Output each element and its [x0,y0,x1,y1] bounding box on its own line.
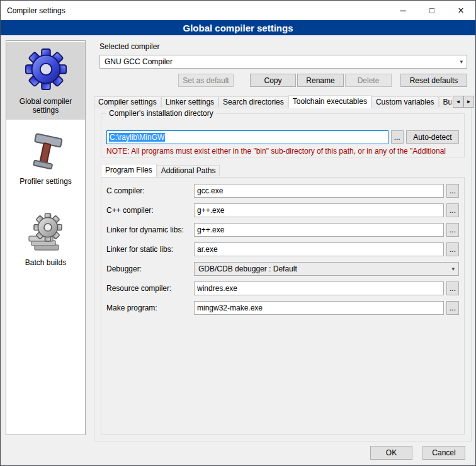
debugger-select[interactable]: GDB/CDB debugger : Default ▾ [194,262,459,276]
set-as-default-button[interactable]: Set as default [178,74,234,87]
resource-compiler-label: Resource compiler: [106,284,194,293]
install-dir-input[interactable]: C:\raylib\MinGW [106,130,388,144]
selected-compiler-label: Selected compiler [99,42,159,51]
static-linker-row: Linker for static libs: ... [106,242,459,256]
window-controls: ─ □ × [388,1,475,20]
cancel-button[interactable]: Cancel [422,446,465,460]
ok-button[interactable]: OK [370,446,412,460]
minimize-button[interactable]: ─ [388,1,417,20]
cpp-compiler-label: C++ compiler: [106,206,194,215]
tab-compiler-settings[interactable]: Compiler settings [94,96,161,107]
sidebar-item-label: Global compiler settings [8,97,84,115]
banner-title: Global compiler settings [1,20,475,35]
copy-button[interactable]: Copy [250,74,296,87]
c-compiler-browse-button[interactable]: ... [446,184,459,198]
dynamic-linker-label: Linker for dynamic libs: [106,225,194,234]
make-program-browse-button[interactable]: ... [446,301,459,315]
window-title: Compiler settings [1,6,65,15]
reset-defaults-button[interactable]: Reset defaults [400,74,467,87]
sidebar-item-profiler-settings[interactable]: Profiler settings [6,127,85,191]
category-sidebar: Global compiler settings Profiler settin… [6,40,86,435]
executables-subtabs: Program Files Additional Paths [101,163,220,177]
debugger-row: Debugger: GDB/CDB debugger : Default ▾ [106,262,459,276]
cpp-compiler-browse-button[interactable]: ... [446,203,459,217]
static-linker-input[interactable] [194,242,444,256]
maximize-icon: □ [429,6,434,15]
auto-detect-button[interactable]: Auto-detect [406,130,459,144]
sidebar-item-global-compiler-settings[interactable]: Global compiler settings [6,42,85,120]
installation-directory-row: C:\raylib\MinGW ... Auto-detect [106,130,459,144]
make-program-input[interactable] [194,301,444,315]
dynamic-linker-input[interactable] [194,223,444,237]
compiler-actions: Set as default Copy Rename Delete Reset … [99,74,467,87]
minimize-icon: ─ [400,6,405,15]
sidebar-item-label: Batch builds [25,258,66,267]
tab-toolchain-executables[interactable]: Toolchain executables [288,95,371,108]
resource-compiler-browse-button[interactable]: ... [446,281,459,295]
resource-compiler-input[interactable] [194,281,444,295]
delete-button[interactable]: Delete [345,74,392,87]
resource-compiler-row: Resource compiler: ... [106,281,459,295]
make-program-row: Make program: ... [106,301,459,315]
batch-builds-gear-stack-icon [27,212,65,253]
scroll-left-icon: ◄ [456,99,461,105]
debugger-label: Debugger: [106,264,194,273]
dynamic-linker-row: Linker for dynamic libs: ... [106,223,459,237]
c-compiler-label: C compiler: [106,186,194,195]
make-program-label: Make program: [106,304,194,312]
c-compiler-row: C compiler: ... [106,184,459,198]
rename-button[interactable]: Rename [297,74,344,87]
settings-tabstrip: Compiler settings Linker settings Search… [94,95,451,108]
installation-directory-group-title: Compiler's installation directory [106,109,216,118]
tab-linker-settings[interactable]: Linker settings [161,96,218,107]
debugger-select-value: GDB/CDB debugger : Default [198,264,297,273]
c-compiler-input[interactable] [194,184,444,198]
static-linker-label: Linker for static libs: [106,245,194,254]
program-files-panel: C compiler: ... C++ compiler: ... Linker… [101,177,465,435]
compiler-select-value: GNU GCC Compiler [105,57,173,66]
cpp-compiler-row: C++ compiler: ... [106,203,459,217]
compiler-select[interactable]: GNU GCC Compiler ▾ [99,55,467,69]
tab-scroll-right-button[interactable]: ► [463,96,474,108]
install-dir-note: NOTE: All programs must exist either in … [106,147,476,156]
sidebar-item-label: Profiler settings [20,177,72,186]
tab-custom-variables[interactable]: Custom variables [371,96,439,107]
profiler-tool-icon [28,132,64,171]
chevron-down-icon: ▾ [451,266,455,272]
titlebar: Compiler settings ─ □ × [1,1,475,20]
subtab-program-files[interactable]: Program Files [101,164,157,177]
install-dir-selected-text: C:\raylib\MinGW [109,133,165,142]
dynamic-linker-browse-button[interactable]: ... [446,223,459,237]
gear-icon [24,47,68,91]
chevron-down-icon: ▾ [460,59,463,65]
tab-search-directories[interactable]: Search directories [218,96,288,107]
subtab-additional-paths[interactable]: Additional Paths [157,165,220,176]
sidebar-item-batch-builds[interactable]: Batch builds [6,207,85,272]
installation-directory-group: Compiler's installation directory C:\ray… [101,113,465,157]
tab-scroll-left-button[interactable]: ◄ [453,96,463,108]
tab-scrollers: ◄ ► [453,96,474,108]
close-button[interactable]: × [446,1,475,20]
static-linker-browse-button[interactable]: ... [446,242,459,256]
maximize-button[interactable]: □ [417,1,446,20]
cpp-compiler-input[interactable] [194,203,444,217]
close-icon: × [458,5,463,16]
tab-build-options[interactable]: Buil [439,96,451,107]
scroll-right-icon: ► [467,99,472,105]
install-dir-browse-button[interactable]: ... [391,130,404,144]
compiler-settings-window: Compiler settings ─ □ × Global compiler … [0,0,476,466]
toolchain-executables-panel: Compiler's installation directory C:\ray… [94,108,472,441]
